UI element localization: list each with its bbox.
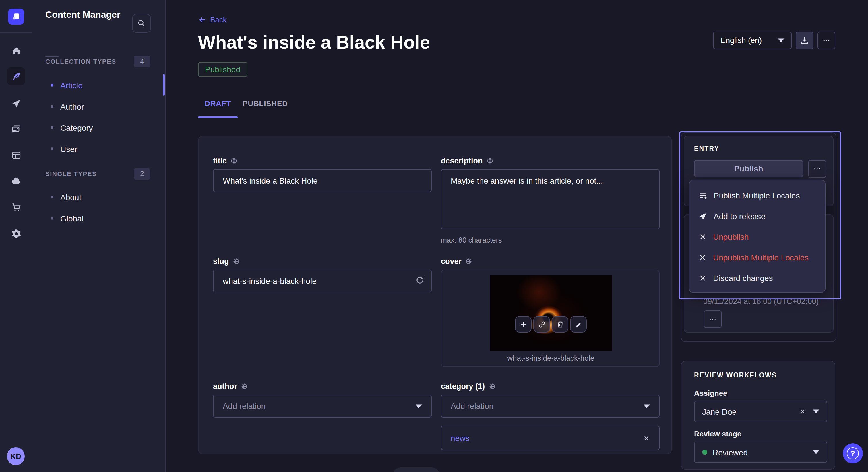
help-button[interactable]: ?: [843, 443, 863, 463]
entry-panel-title: ENTRY: [694, 145, 719, 152]
locale-value: English (en): [720, 36, 762, 45]
review-panel-title: REVIEW WORKFLOWS: [694, 372, 777, 378]
sidebar-item-category[interactable]: Category: [32, 117, 165, 138]
ellipsis-icon: [822, 36, 831, 45]
sidebar-item-home[interactable]: [7, 41, 25, 60]
delete-asset-button[interactable]: [552, 316, 568, 333]
tab-draft[interactable]: DRAFT: [198, 96, 238, 116]
main-content: Back What's inside a Black Hole Publishe…: [165, 0, 868, 472]
collection-types-list: Article Author Category User: [32, 74, 165, 160]
description-helper: max. 80 characters: [441, 236, 660, 244]
sidebar-item-user[interactable]: User: [32, 138, 165, 160]
field-cover-label: cover: [441, 257, 660, 266]
information-more-button[interactable]: [704, 310, 722, 328]
scheduled-date: 09/11/2024 at 16:00 (UTC+02:00): [703, 297, 819, 306]
cross-icon: [699, 233, 707, 241]
search-button[interactable]: [132, 14, 151, 33]
layout-icon: [11, 150, 21, 160]
field-category: category (1) Add relation: [441, 382, 660, 417]
sidebar-item-content-manager[interactable]: [7, 67, 25, 86]
description-textarea[interactable]: Maybe the answer is in this article, or …: [441, 169, 660, 229]
sidebar-item-cloud[interactable]: [7, 171, 25, 190]
review-workflows-panel: REVIEW WORKFLOWS Assignee Jane Doe Revie…: [681, 361, 835, 470]
question-mark-icon: ?: [847, 447, 859, 460]
cover-asset-card: what-s-inside-a-black-hole: [441, 270, 660, 367]
sidebar-item-releases[interactable]: [7, 94, 25, 112]
publish-button[interactable]: Publish: [694, 160, 803, 177]
scroll-to-bottom-pill[interactable]: [393, 467, 440, 472]
header-more-button[interactable]: [817, 32, 835, 49]
author-placeholder: Add relation: [223, 401, 266, 411]
sidebar-item-content-type-builder[interactable]: [7, 146, 25, 164]
field-label-text: slug: [213, 257, 229, 266]
category-relation-select[interactable]: Add relation: [441, 395, 660, 417]
nav-item-label: Category: [60, 123, 93, 132]
bullet-icon: [51, 84, 53, 87]
export-button[interactable]: [796, 32, 813, 49]
globe-icon: [232, 258, 240, 265]
chevron-down-icon: [778, 38, 784, 42]
stage-status-dot: [702, 450, 707, 455]
menu-item-publish-multiple-locales[interactable]: Publish Multiple Locales: [689, 185, 825, 206]
sidebar-item-article[interactable]: Article: [32, 74, 165, 96]
menu-item-label: Unpublish: [713, 232, 749, 241]
field-title: title: [213, 157, 432, 192]
home-icon: [11, 45, 21, 55]
locale-select[interactable]: English (en): [713, 32, 792, 49]
menu-item-unpublish[interactable]: Unpublish: [689, 227, 825, 247]
entry-actions-menu: Publish Multiple Locales Add to release …: [689, 179, 826, 293]
status-badge: Published: [198, 62, 247, 77]
field-description: description Maybe the answer is in this …: [441, 157, 660, 244]
assignee-label: Assignee: [694, 389, 727, 398]
sidebar-item-author[interactable]: Author: [32, 96, 165, 117]
clear-icon[interactable]: [800, 408, 806, 415]
menu-item-discard-changes[interactable]: Discard changes: [689, 268, 825, 289]
field-slug-label: slug: [213, 257, 432, 266]
globe-icon: [486, 157, 494, 165]
bullet-icon: [51, 196, 53, 198]
user-avatar[interactable]: KD: [7, 447, 25, 465]
sidebar-item-global[interactable]: Global: [32, 208, 165, 229]
collection-count-badge: 4: [134, 56, 150, 67]
sidebar-item-about[interactable]: About: [32, 187, 165, 208]
pencil-icon: [575, 320, 582, 328]
cover-actions: [515, 316, 587, 333]
tab-published[interactable]: PUBLISHED: [238, 96, 293, 116]
list-plus-icon: [699, 191, 707, 200]
sidebar-item-settings[interactable]: [7, 224, 25, 243]
remove-relation-icon[interactable]: [643, 434, 650, 441]
copy-link-button[interactable]: [533, 316, 550, 333]
author-relation-select[interactable]: Add relation: [213, 395, 432, 417]
strapi-logo[interactable]: [8, 9, 24, 25]
entry-more-button[interactable]: [808, 160, 826, 178]
category-relation-item: news: [441, 426, 660, 450]
field-label-text: author: [213, 382, 237, 391]
back-link[interactable]: Back: [198, 15, 227, 24]
sidebar-item-marketplace[interactable]: [7, 198, 25, 216]
globe-icon: [230, 157, 238, 165]
chevron-down-icon: [644, 404, 650, 408]
sidebar-item-media-library[interactable]: [7, 119, 25, 138]
section-single-types: SINGLE TYPES 2: [45, 168, 150, 179]
nav-item-label: Article: [60, 80, 83, 90]
edit-asset-button[interactable]: [570, 316, 587, 333]
regenerate-slug-button[interactable]: [415, 275, 425, 285]
title-input[interactable]: [213, 169, 432, 192]
feather-icon: [11, 71, 21, 81]
menu-item-add-to-release[interactable]: Add to release: [689, 206, 825, 227]
ellipsis-icon: [813, 165, 822, 173]
menu-item-unpublish-multiple-locales[interactable]: Unpublish Multiple Locales: [689, 247, 825, 268]
add-asset-button[interactable]: [515, 316, 532, 333]
content-manager-app: KD Content Manager COLLECTION TYPES 4 Ar…: [0, 0, 868, 472]
assignee-select[interactable]: Jane Doe: [694, 401, 827, 422]
refresh-icon: [415, 275, 425, 285]
slug-input[interactable]: [213, 270, 432, 293]
slug-input-wrap: [213, 270, 432, 293]
field-label-text: title: [213, 157, 227, 165]
review-stage-select[interactable]: Reviewed: [694, 442, 827, 463]
category-placeholder: Add relation: [451, 401, 493, 411]
black-hole-image: [490, 275, 612, 351]
relation-link[interactable]: news: [451, 433, 469, 442]
single-types-list: About Global: [32, 187, 165, 229]
nav-item-label: About: [60, 193, 81, 202]
